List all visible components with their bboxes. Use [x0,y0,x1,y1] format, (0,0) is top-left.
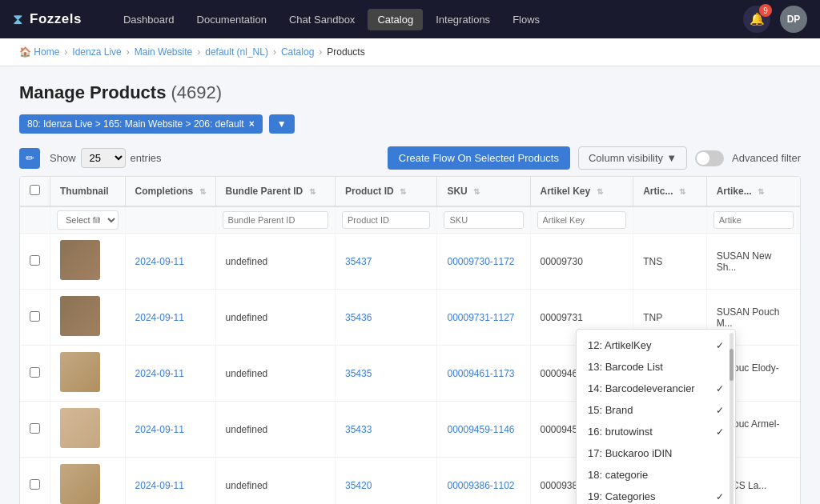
filter-tag-remove[interactable]: × [249,118,255,130]
nav-catalog[interactable]: Catalog [368,9,423,30]
table-row: 2024-09-11 undefined 35437 00009730-1172… [20,234,800,290]
main-content: Manage Products (4692) 80: Idenza Live >… [0,66,820,504]
products-table-wrapper: Thumbnail Completions ⇅ Bundle Parent ID… [19,176,801,504]
notifications-button[interactable]: 🔔 9 [743,6,770,33]
artike-filter-input[interactable] [713,211,794,229]
thumbnail-image [60,464,100,504]
completions-link[interactable]: 2024-09-11 [135,480,184,491]
th-sku[interactable]: SKU ⇅ [437,177,530,206]
th-artikel-key[interactable]: Artikel Key ⇅ [530,177,633,206]
sort-icon: ⇅ [473,187,480,196]
dropdown-item-17[interactable]: 17: Buckaroo iDIN [577,442,735,464]
top-navigation: ⧗ Fozzels Dashboard Documentation Chat S… [0,0,820,38]
nav-flows[interactable]: Flows [503,9,549,30]
filter-tag-dropdown-btn[interactable]: ▼ [269,114,295,134]
select-all-checkbox[interactable] [30,185,40,195]
breadcrumb-home[interactable]: 🏠 Home [19,46,59,58]
sort-icon: ⇅ [597,187,603,196]
product-id-link[interactable]: 35420 [345,480,372,491]
dropdown-item-13[interactable]: 13: Barcode List [577,356,735,378]
sort-icon: ⇅ [679,187,685,196]
sku-link[interactable]: 00009459-1146 [447,424,514,435]
dropdown-item-16[interactable]: 16: brutowinst ✓ [577,421,735,442]
dropdown-item-label: 16: brutowinst [588,426,653,438]
row-checkbox[interactable] [30,311,40,322]
completions-link[interactable]: 2024-09-11 [135,312,184,323]
dropdown-item-label: 13: Barcode List [588,361,663,373]
product-id-link[interactable]: 35436 [345,312,372,323]
check-icon: ✓ [716,340,724,351]
sku-link[interactable]: 00009731-1127 [447,312,514,323]
product-id-filter-input[interactable] [342,211,430,229]
th-artic[interactable]: Artic... ⇅ [633,177,707,206]
create-flow-button[interactable]: Create Flow On Selected Products [388,146,570,170]
th-completions[interactable]: Completions ⇅ [125,177,215,206]
sku-link[interactable]: 00009730-1172 [447,256,514,267]
completions-link[interactable]: 2024-09-11 [135,424,184,435]
logo-icon: ⧗ [13,11,23,28]
row-checkbox[interactable] [30,423,40,434]
th-product-id[interactable]: Product ID ⇅ [336,177,437,206]
breadcrumb-catalog[interactable]: Catalog [281,46,314,58]
check-icon: ✓ [716,405,724,416]
artikel-key-cell: 00009731 [541,312,583,323]
thumbnail-filter-select[interactable]: Select filter [57,210,119,230]
row-checkbox[interactable] [30,367,40,378]
nav-chat-sandbox[interactable]: Chat Sandbox [279,9,364,30]
sort-icon: ⇅ [309,187,316,196]
dropdown-item-15[interactable]: 15: Brand ✓ [577,399,735,421]
toolbar: ✏ Show 25 50 100 entries Create Flow On … [19,146,801,170]
column-visibility-button[interactable]: Column visibility ▼ [578,146,687,170]
th-bundle-parent-id[interactable]: Bundle Parent ID ⇅ [215,177,335,206]
table-header-row: Thumbnail Completions ⇅ Bundle Parent ID… [20,177,800,206]
breadcrumb-main-website[interactable]: Main Website [135,46,192,58]
row-checkbox[interactable] [30,479,40,490]
breadcrumb-default[interactable]: default (nl_NL) [205,46,268,58]
thumbnail-image [60,408,100,448]
dropdown-scrollbar[interactable] [730,333,734,504]
entries-select[interactable]: 25 50 100 [81,148,126,168]
dropdown-item-label: 18: categorie [588,469,648,481]
bundle-parent-id-cell: undefined [226,368,268,379]
sku-link[interactable]: 00009386-1102 [447,480,514,491]
column-visibility-dropdown: 12: ArtikelKey ✓ 13: Barcode List 14: Ba… [576,329,736,504]
nav-dashboard[interactable]: Dashboard [114,9,184,30]
bundle-parent-filter-input[interactable] [223,211,328,229]
dropdown-item-14[interactable]: 14: Barcodeleverancier ✓ [577,378,735,399]
dropdown-item-label: 15: Brand [588,404,633,416]
dropdown-items-list: 12: ArtikelKey ✓ 13: Barcode List 14: Ba… [577,334,735,504]
th-checkbox [20,177,50,206]
table-filter-row: Select filter [20,206,800,234]
bundle-parent-id-cell: undefined [226,256,268,267]
product-id-link[interactable]: 35433 [345,424,372,435]
sort-icon: ⇅ [199,187,206,196]
product-id-link[interactable]: 35437 [345,256,372,267]
sku-link[interactable]: 00009461-1173 [447,368,514,379]
avatar[interactable]: DP [780,6,807,33]
check-icon: ✓ [716,426,724,438]
advanced-filter-toggle[interactable] [695,150,724,166]
nav-links: Dashboard Documentation Chat Sandbox Cat… [114,9,724,30]
row-checkbox[interactable] [30,255,40,266]
page-title: Manage Products (4692) [19,82,801,103]
artikel-key-filter-input[interactable] [537,211,627,229]
nav-integrations[interactable]: Integrations [426,9,500,30]
logo[interactable]: ⧗ Fozzels [13,11,82,28]
artic-cell: TNP [643,312,662,323]
nav-documentation[interactable]: Documentation [187,9,276,30]
product-id-link[interactable]: 35435 [345,368,372,379]
sku-filter-input[interactable] [444,211,523,229]
dropdown-item-18[interactable]: 18: categorie [577,464,735,486]
completions-link[interactable]: 2024-09-11 [135,256,184,267]
advanced-filter-label: Advanced filter [732,152,801,164]
edit-icon-button[interactable]: ✏ [19,148,40,169]
th-artike[interactable]: Artike... ⇅ [706,177,800,206]
completions-link[interactable]: 2024-09-11 [135,368,184,379]
breadcrumb-idenza-live[interactable]: Idenza Live [72,46,121,58]
show-entries: Show 25 50 100 entries [50,148,162,168]
nav-right: 🔔 9 DP [743,6,807,33]
th-thumbnail: Thumbnail [50,177,126,206]
bundle-parent-id-cell: undefined [226,480,268,491]
dropdown-item-19[interactable]: 19: Categories ✓ [577,486,735,504]
dropdown-item-12[interactable]: 12: ArtikelKey ✓ [577,334,735,356]
